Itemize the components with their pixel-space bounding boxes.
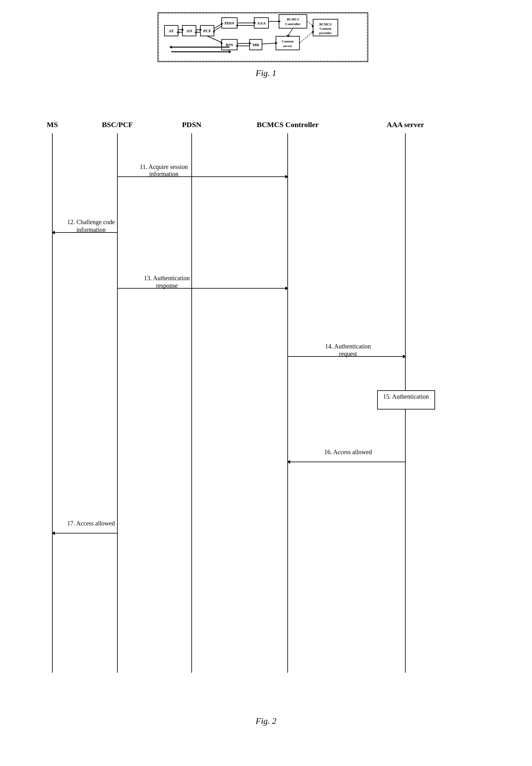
svg-text:PDSN: PDSN (225, 21, 234, 25)
svg-text:16. Access allowed: 16. Access allowed (324, 449, 372, 455)
svg-text:request: request (339, 350, 357, 357)
svg-text:BCMCS: BCMCS (287, 17, 299, 21)
svg-line-45 (288, 28, 293, 36)
fig1-diagram: AT AN PCF PDSN AAA BCMCS Controller BSN … (158, 12, 368, 62)
svg-text:BSC/PCF: BSC/PCF (102, 120, 133, 129)
svg-text:Content: Content (320, 27, 331, 30)
fig2-section: MS BSC/PCF PDSN BCMCS Controller AAA ser… (34, 115, 498, 726)
svg-marker-59 (169, 46, 172, 49)
svg-text:response: response (156, 282, 178, 289)
svg-rect-18 (276, 36, 299, 50)
fig1-section: AT AN PCF PDSN AAA BCMCS Controller BSN … (158, 12, 374, 78)
fig1-svg: AT AN PCF PDSN AAA BCMCS Controller BSN … (158, 13, 368, 61)
svg-line-43 (307, 21, 313, 25)
svg-text:MR: MR (252, 42, 259, 47)
svg-text:BSN: BSN (226, 43, 233, 47)
svg-line-47 (207, 36, 222, 42)
svg-text:MS: MS (47, 120, 58, 129)
svg-text:AT: AT (168, 28, 174, 33)
svg-text:information: information (149, 170, 178, 177)
fig2-caption: Fig. 2 (34, 716, 498, 726)
svg-text:PDSN: PDSN (182, 120, 202, 129)
svg-text:15. Authentication: 15. Authentication (383, 393, 429, 400)
svg-text:AN: AN (186, 28, 192, 33)
fig2-svg: MS BSC/PCF PDSN BCMCS Controller AAA ser… (34, 115, 498, 704)
svg-text:server: server (283, 44, 292, 48)
fig1-caption: Fig. 1 (158, 68, 374, 78)
svg-text:14. Authentication: 14. Authentication (325, 343, 371, 350)
svg-line-33 (214, 24, 222, 28)
svg-text:BCMCS: BCMCS (319, 22, 332, 26)
svg-text:provider: provider (319, 31, 332, 35)
svg-text:BCMCS Controller: BCMCS Controller (257, 120, 319, 129)
svg-line-35 (214, 26, 222, 31)
svg-text:information: information (76, 226, 106, 233)
svg-line-54 (262, 43, 276, 44)
svg-line-56 (299, 32, 313, 43)
svg-text:13. Authentication: 13. Authentication (144, 275, 190, 282)
svg-text:AAA: AAA (257, 21, 266, 25)
svg-marker-61 (229, 50, 231, 53)
sequence-diagram: MS BSC/PCF PDSN BCMCS Controller AAA ser… (34, 115, 498, 704)
svg-text:17. Access allowed: 17. Access allowed (67, 520, 115, 527)
svg-text:AAA server: AAA server (387, 120, 424, 129)
svg-rect-11 (279, 15, 307, 28)
svg-text:12. Challenge code: 12. Challenge code (67, 219, 115, 226)
svg-text:PCF: PCF (203, 28, 211, 33)
svg-text:Content: Content (282, 39, 294, 43)
svg-text:Controller: Controller (285, 22, 300, 26)
svg-text:11. Acquire session: 11. Acquire session (140, 163, 188, 170)
